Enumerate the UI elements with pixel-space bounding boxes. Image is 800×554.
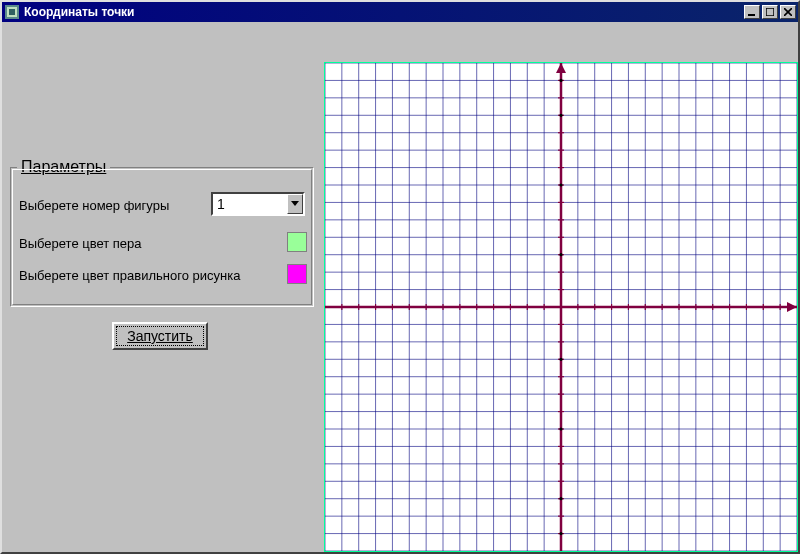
correct-color-label: Выберете цвет правильного рисунка (19, 268, 240, 283)
figure-number-select[interactable]: 1 (211, 192, 305, 216)
figure-number-label: Выберете номер фигуры (19, 198, 169, 213)
coordinate-plane[interactable] (324, 62, 798, 552)
app-icon (4, 4, 20, 20)
svg-marker-69 (556, 63, 566, 73)
svg-point-126 (559, 358, 562, 361)
minimize-button[interactable] (744, 5, 760, 19)
parameters-group: Параметры Выберете номер фигуры 1 Выбере… (10, 167, 314, 307)
window-title: Координаты точки (24, 5, 744, 19)
svg-point-129 (559, 532, 562, 535)
dropdown-arrow-icon[interactable] (287, 194, 303, 214)
svg-rect-4 (766, 8, 774, 16)
close-button[interactable] (780, 5, 796, 19)
svg-point-124 (559, 183, 562, 186)
svg-point-122 (559, 79, 562, 82)
svg-rect-3 (748, 14, 755, 16)
maximize-button[interactable] (762, 5, 778, 19)
parameters-legend: Параметры (17, 158, 110, 176)
svg-point-127 (559, 427, 562, 430)
app-window: Координаты точки Параметры Выберете номе… (0, 0, 800, 554)
svg-point-123 (559, 114, 562, 117)
svg-marker-68 (787, 302, 797, 312)
svg-point-128 (559, 497, 562, 500)
correct-color-swatch[interactable] (287, 264, 307, 284)
svg-marker-7 (291, 201, 299, 206)
pen-color-swatch[interactable] (287, 232, 307, 252)
figure-number-value: 1 (213, 196, 287, 212)
run-button[interactable]: Запустить (112, 322, 208, 350)
run-button-label: Запустить (116, 326, 204, 346)
pen-color-label: Выберете цвет пера (19, 236, 142, 251)
svg-rect-2 (9, 9, 15, 15)
window-buttons (744, 5, 796, 19)
title-bar: Координаты точки (2, 2, 798, 22)
svg-point-125 (559, 253, 562, 256)
client-area: Параметры Выберете номер фигуры 1 Выбере… (2, 22, 798, 552)
